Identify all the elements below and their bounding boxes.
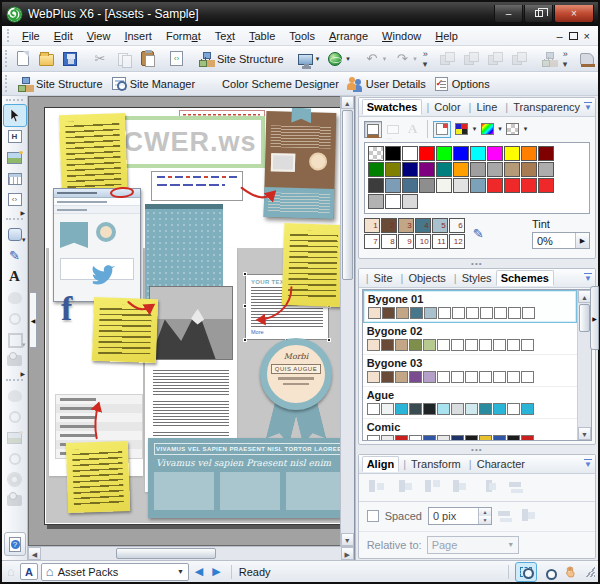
toolbar-expand-button[interactable]: ▶	[20, 210, 27, 216]
new-button[interactable]	[11, 48, 35, 69]
color-scheme-designer-button[interactable]: Color Scheme Designer	[199, 73, 343, 94]
scheme-swatch[interactable]	[507, 339, 520, 351]
scheme-swatch[interactable]	[521, 339, 534, 351]
scheme-swatch[interactable]	[465, 339, 478, 351]
distribute-h-icon[interactable]	[498, 509, 514, 523]
scheme-swatch[interactable]	[466, 307, 479, 319]
left-panel-collapse-handle[interactable]: ◀	[29, 292, 37, 348]
scheme-swatch[interactable]	[382, 307, 395, 319]
scheme-swatch[interactable]	[465, 403, 478, 415]
scheme-color-chip[interactable]: 9	[398, 234, 414, 249]
scheme-swatch[interactable]	[423, 435, 436, 440]
toolbar-overflow-button[interactable]: »▾	[561, 49, 569, 69]
scheme-swatch[interactable]	[507, 403, 520, 415]
scheme-swatch[interactable]	[409, 339, 422, 351]
color-swatch[interactable]	[538, 146, 554, 161]
footer-panel-object[interactable]: VIVAMUS VEL SAPIEN PRAESENT NISL TORTOR …	[148, 438, 340, 518]
panel-tab[interactable]: Align	[362, 456, 400, 472]
bitmap-fill-button[interactable]	[504, 121, 522, 138]
watermark-frame[interactable]: CWER.ws	[115, 116, 265, 168]
scheme-swatch[interactable]	[452, 307, 465, 319]
panel-menu-icon[interactable]: ▼	[584, 273, 592, 283]
menu-help[interactable]: Help	[428, 28, 465, 44]
media-tool-button[interactable]	[4, 490, 26, 511]
scheme-color-chip[interactable]: 4	[415, 218, 431, 233]
scheme-swatch[interactable]	[438, 307, 451, 319]
scheme-swatch[interactable]	[381, 371, 394, 383]
panel-tab[interactable]: Transform	[399, 457, 465, 471]
align-top-icon[interactable]	[453, 480, 469, 494]
attributes-tool-button[interactable]	[4, 385, 26, 406]
help-button[interactable]	[4, 532, 26, 556]
color-swatch[interactable]	[504, 146, 520, 161]
color-swatch[interactable]	[385, 146, 401, 161]
color-swatch[interactable]	[419, 146, 435, 161]
more-link[interactable]: More	[251, 329, 323, 335]
menu-window[interactable]: Window	[375, 28, 428, 44]
line-target-button[interactable]	[384, 121, 402, 138]
scheme-swatch[interactable]	[465, 371, 478, 383]
color-swatch[interactable]	[504, 162, 520, 177]
anchor-button[interactable]	[537, 48, 561, 69]
scheme-swatch[interactable]	[423, 371, 436, 383]
scheme-list-item[interactable]: Bygone 02	[363, 323, 577, 355]
next-page-button[interactable]: ▶	[209, 565, 223, 578]
scheme-list-item[interactable]: Bygone 01	[363, 290, 577, 323]
scheme-swatch[interactable]	[381, 435, 394, 440]
save-button[interactable]	[58, 48, 82, 69]
scheme-swatch[interactable]	[395, 403, 408, 415]
site-structure-button[interactable]: Site Structure	[13, 73, 107, 94]
color-swatch[interactable]	[487, 162, 503, 177]
color-swatch[interactable]	[538, 162, 554, 177]
vertical-scroll-thumb[interactable]	[342, 110, 353, 280]
vertical-scrollbar[interactable]: ▲ ▼	[340, 96, 354, 546]
pointer-tool-button[interactable]	[4, 105, 26, 126]
crop-tool-button[interactable]: ▾	[4, 329, 26, 350]
scheme-swatch[interactable]	[367, 339, 380, 351]
align-right-icon[interactable]	[425, 480, 441, 494]
color-swatch[interactable]	[487, 178, 503, 193]
scheme-swatch[interactable]	[479, 339, 492, 351]
scheme-color-chip[interactable]: 6	[449, 218, 465, 233]
color-swatch[interactable]	[436, 178, 452, 193]
color-swatch[interactable]	[402, 146, 418, 161]
horizontal-scroll-thumb[interactable]	[116, 548, 216, 559]
heading-tool-button[interactable]: H	[4, 126, 26, 147]
scheme-color-chip[interactable]: 10	[415, 234, 431, 249]
color-swatch[interactable]	[470, 162, 486, 177]
scheme-swatch[interactable]	[507, 371, 520, 383]
fill-tool-button[interactable]	[4, 287, 26, 308]
scheme-swatch[interactable]	[451, 435, 464, 440]
color-swatch[interactable]	[385, 162, 401, 177]
scheme-color-chip[interactable]: 5	[432, 218, 448, 233]
color-swatch[interactable]	[521, 178, 537, 193]
color-swatch[interactable]	[368, 194, 384, 209]
color-swatch[interactable]	[368, 146, 384, 161]
spacing-input[interactable]: 0 pix ▲▼	[428, 507, 492, 525]
scheme-swatch[interactable]	[423, 339, 436, 351]
scheme-list-item[interactable]: Comic	[363, 419, 577, 440]
scheme-color-chip[interactable]: 1	[364, 218, 380, 233]
relative-to-dropdown[interactable]: Page ▼	[427, 536, 519, 554]
scheme-swatch[interactable]	[521, 435, 534, 440]
settings-tool-button[interactable]	[4, 469, 26, 490]
spacing-spinner[interactable]: ▲▼	[478, 508, 491, 524]
no-fill-tool-button[interactable]	[4, 406, 26, 427]
menu-view[interactable]: View	[80, 28, 118, 44]
scheme-swatch[interactable]	[437, 435, 450, 440]
color-swatch[interactable]	[538, 178, 554, 193]
html-tool-button[interactable]: ‹›	[4, 189, 26, 210]
scheme-color-chip[interactable]: 3	[398, 218, 414, 233]
paste-button[interactable]	[136, 48, 159, 69]
schemes-scroll-thumb[interactable]	[579, 304, 590, 332]
spaced-checkbox[interactable]	[367, 510, 379, 522]
scheme-swatch[interactable]	[437, 371, 450, 383]
preview-browser-button[interactable]: ▾	[323, 48, 354, 69]
scheme-swatch[interactable]	[381, 339, 394, 351]
panel-tab[interactable]: Objects	[397, 271, 450, 285]
color-swatch[interactable]	[368, 178, 384, 193]
rosette-badge-object[interactable]: Morbi QUIS AUGUE	[257, 338, 335, 448]
gradient-fill-button[interactable]	[478, 121, 496, 138]
menu-file[interactable]: File	[15, 28, 47, 44]
scheme-swatch[interactable]	[507, 435, 520, 440]
